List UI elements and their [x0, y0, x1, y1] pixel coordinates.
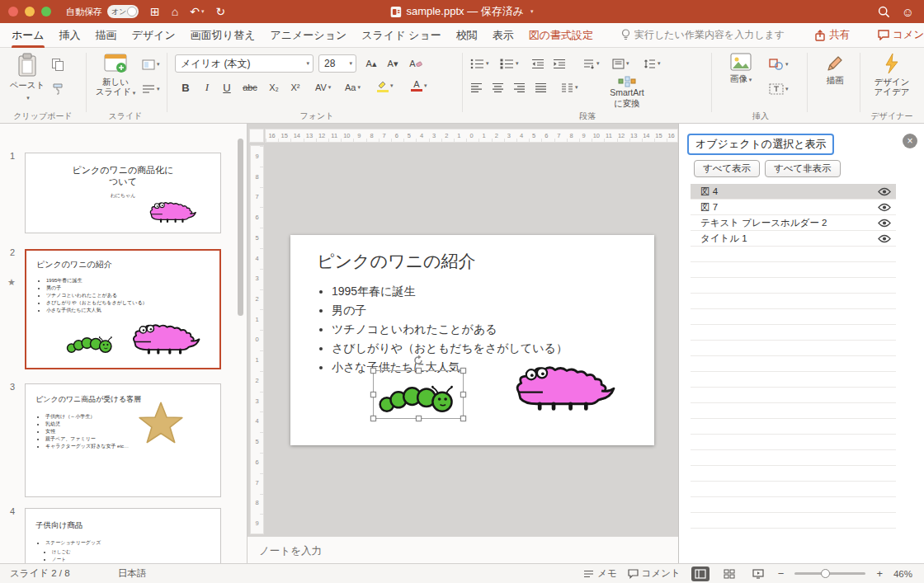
pink-crocodile-image[interactable] [515, 365, 617, 413]
tell-me-search[interactable]: 実行したい作業内容を入力します [621, 28, 785, 42]
view-switcher-icon[interactable]: ⊞ [150, 5, 160, 18]
superscript-button[interactable]: X² [285, 79, 305, 96]
visibility-eye-icon[interactable] [878, 203, 891, 214]
subscript-button[interactable]: X₂ [264, 79, 284, 96]
insert-text-box-button[interactable]: ▾ [769, 81, 789, 97]
columns-button[interactable]: ▾ [561, 79, 578, 96]
visibility-eye-icon[interactable] [878, 187, 891, 198]
tab-transitions[interactable]: 画面切り替え [191, 23, 256, 48]
strikethrough-button[interactable]: abc [239, 79, 261, 96]
feedback-smiley-icon[interactable]: ☺ [902, 5, 914, 19]
slide-section-button[interactable]: ▾ [142, 81, 160, 97]
slide-layout-button[interactable]: ▾ [142, 56, 160, 73]
draw-button[interactable]: 描画 [815, 54, 855, 87]
comments-toggle-button[interactable]: コメント [628, 567, 681, 580]
resize-handle-s[interactable] [416, 416, 422, 421]
zoom-slider-knob[interactable] [821, 569, 830, 578]
underline-button[interactable]: U [218, 79, 236, 96]
justify-button[interactable] [535, 79, 547, 96]
bullets-button[interactable]: ▾ [470, 55, 489, 72]
object-list-item[interactable]: 図 7 [691, 200, 896, 215]
slide-title-placeholder[interactable]: ピンクのワニの紹介 [317, 250, 475, 273]
visibility-eye-icon[interactable] [878, 219, 891, 229]
thumbnail-scrollbar[interactable] [238, 139, 243, 316]
copy-button[interactable] [51, 56, 64, 73]
tab-draw[interactable]: 描画 [96, 23, 117, 48]
tab-slide-show[interactable]: スライド ショー [361, 23, 441, 48]
slide-thumbnail-3[interactable]: ピンクのワニ商品が受ける客層 子供向け（～小学生）乳幼児女性親子ペア、ファミリー… [25, 383, 221, 497]
grow-font-button[interactable]: A▴ [361, 55, 381, 72]
text-direction-button[interactable]: ▾ [582, 55, 600, 72]
notes-pane[interactable]: ノートを入力 [248, 536, 678, 563]
convert-to-smartart-button[interactable]: SmartArt に変換 [587, 76, 667, 109]
share-button[interactable]: 共有 [814, 28, 850, 42]
tab-review[interactable]: 校閲 [456, 23, 478, 48]
tab-design[interactable]: デザイン [132, 23, 176, 48]
text-highlight-button[interactable]: ▾ [376, 78, 394, 94]
slideshow-view-button[interactable] [749, 567, 767, 581]
notes-toggle-button[interactable]: メモ [583, 567, 617, 580]
object-list-item[interactable]: テキスト プレースホルダー 2 [691, 215, 896, 231]
normal-view-button[interactable] [691, 567, 710, 581]
clear-formatting-button[interactable]: A [406, 55, 426, 72]
increase-indent-button[interactable] [553, 55, 566, 72]
tab-animations[interactable]: アニメーション [270, 23, 346, 48]
zoom-slider[interactable] [794, 572, 865, 575]
change-case-button[interactable]: Aa▾ [345, 79, 361, 96]
align-left-button[interactable] [470, 79, 483, 96]
resize-handle-se[interactable] [460, 416, 466, 421]
window-minimize-button[interactable] [25, 7, 35, 16]
show-all-button[interactable]: すべて表示 [694, 160, 760, 177]
format-painter-button[interactable] [51, 81, 64, 97]
font-color-button[interactable]: A▾ [411, 78, 427, 94]
comments-button[interactable]: コメント [878, 28, 924, 42]
rotate-handle-icon[interactable] [412, 355, 424, 366]
search-icon[interactable] [878, 6, 890, 18]
insert-shapes-button[interactable]: ▾ [769, 56, 789, 73]
resize-handle-w[interactable] [370, 392, 376, 397]
resize-handle-sw[interactable] [370, 416, 376, 421]
resize-handle-ne[interactable] [460, 368, 466, 374]
character-spacing-button[interactable]: AV▾ [315, 79, 331, 96]
italic-button[interactable]: I [198, 79, 216, 96]
zoom-out-button[interactable]: − [778, 567, 785, 580]
visibility-eye-icon[interactable] [878, 234, 891, 245]
slide-thumbnail-1[interactable]: ピンクのワニの商品化に ついて わにちゃん [25, 153, 221, 233]
selected-caterpillar-image[interactable] [373, 370, 464, 419]
language-indicator[interactable]: 日本語 [118, 567, 147, 580]
zoom-percentage[interactable]: 46% [893, 569, 912, 579]
font-name-select[interactable]: メイリオ (本文)▾ [175, 54, 314, 73]
shrink-font-button[interactable]: A▾ [383, 55, 403, 72]
align-center-button[interactable] [492, 79, 504, 96]
resize-handle-nw[interactable] [370, 368, 376, 374]
slide-thumbnail-4[interactable]: 子供向け商品 ステーショナリーグッズ けしごむノートペンケース [25, 508, 221, 563]
home-icon[interactable]: ⌂ [172, 5, 178, 18]
tab-picture-format[interactable]: 図の書式設定 [529, 23, 593, 48]
slide-thumbnail-2-selected[interactable]: ピンクのワニの紹介 1995年春に誕生男の子ツチノコといわれたことがあるさびしが… [25, 249, 221, 369]
new-slide-button[interactable]: 新しいスライド▾ [92, 53, 139, 98]
autosave-toggle[interactable]: オン [107, 5, 139, 18]
line-spacing-button[interactable]: ▾ [644, 55, 661, 72]
resize-handle-e[interactable] [460, 392, 466, 397]
tab-view[interactable]: 表示 [493, 23, 514, 48]
bold-button[interactable]: B [177, 79, 195, 96]
redo-icon[interactable]: ↻ [215, 5, 225, 18]
resize-handle-n[interactable] [416, 368, 422, 374]
insert-picture-button[interactable]: 画像▾ [719, 53, 762, 85]
numbering-button[interactable]: ▾ [500, 55, 519, 72]
design-ideas-button[interactable]: デザインアイデア [868, 53, 916, 96]
undo-button[interactable]: ↶▾ [190, 5, 204, 18]
paste-button[interactable]: ペースト▾ [8, 53, 46, 101]
align-right-button[interactable] [513, 79, 526, 96]
font-size-select[interactable]: 28▾ [318, 54, 356, 73]
tab-insert[interactable]: 挿入 [59, 23, 81, 48]
hide-all-button[interactable]: すべて非表示 [765, 160, 841, 177]
slide-editing-surface[interactable]: ピンクのワニの紹介 1995年春に誕生男の子ツチノコといわれたことがあるさびしが… [290, 235, 654, 445]
window-zoom-button[interactable] [41, 7, 51, 16]
window-close-button[interactable] [8, 7, 18, 16]
tab-home[interactable]: ホーム [12, 23, 45, 48]
decrease-indent-button[interactable] [531, 55, 544, 72]
align-text-vertical-button[interactable]: ▾ [612, 55, 629, 72]
zoom-in-button[interactable]: + [876, 567, 883, 580]
close-pane-button[interactable]: × [903, 134, 917, 148]
